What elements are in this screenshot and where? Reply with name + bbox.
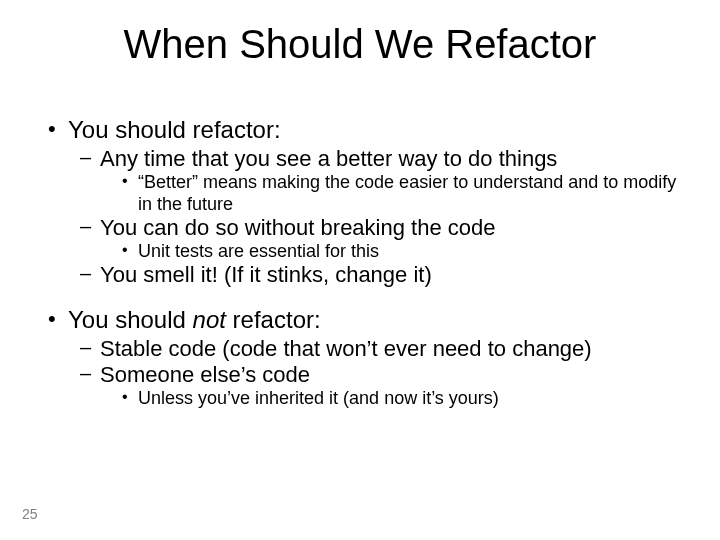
- text-pre: You should: [68, 306, 193, 333]
- slide-title: When Should We Refactor: [0, 22, 720, 67]
- text-post: refactor:: [226, 306, 321, 333]
- bullet-should-refactor: You should refactor:: [40, 116, 680, 144]
- bullet-smell-it: You smell it! (If it stinks, change it): [40, 262, 680, 288]
- bullet-unit-tests: Unit tests are essential for this: [40, 241, 680, 262]
- bullet-someone-else: Someone else’s code: [40, 362, 680, 388]
- bullet-better-means: “Better” means making the code easier to…: [40, 172, 680, 214]
- bullet-should-not-refactor: You should not refactor:: [40, 306, 680, 334]
- slide: When Should We Refactor You should refac…: [0, 0, 720, 540]
- page-number: 25: [22, 506, 38, 522]
- bullet-better-way: Any time that you see a better way to do…: [40, 146, 680, 172]
- bullet-inherited: Unless you’ve inherited it (and now it’s…: [40, 388, 680, 409]
- text-not: not: [193, 306, 226, 333]
- spacer: [40, 288, 680, 306]
- bullet-stable-code: Stable code (code that won’t ever need t…: [40, 336, 680, 362]
- bullet-without-breaking: You can do so without breaking the code: [40, 215, 680, 241]
- slide-body: You should refactor: Any time that you s…: [40, 116, 680, 409]
